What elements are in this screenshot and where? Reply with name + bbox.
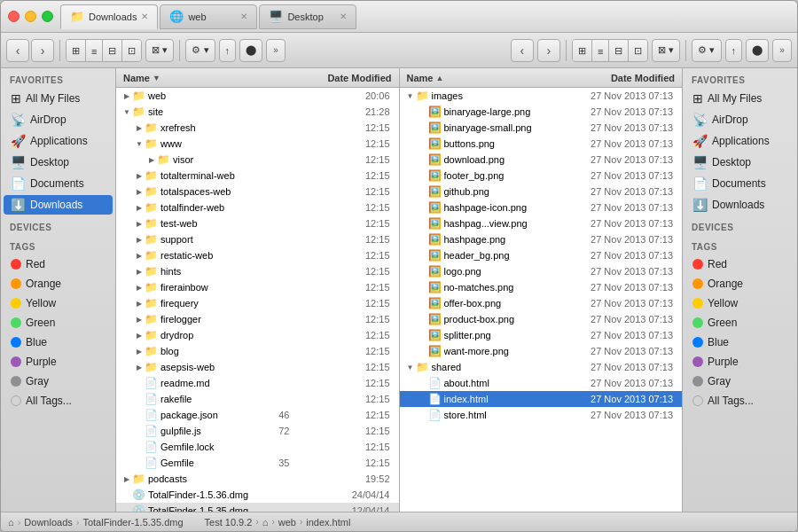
sidebar-item-applications[interactable]: 🚀 Applications (4, 131, 113, 151)
right-sidebar-tag-orange[interactable]: Orange (685, 275, 794, 293)
table-row[interactable]: 📄gulpfile.js7212:15 (116, 423, 399, 439)
disclosure-triangle[interactable]: ▶ (121, 90, 132, 101)
table-row[interactable]: 📄Gemfile3512:15 (116, 455, 399, 471)
table-row[interactable]: ▼📁www12:15 (116, 136, 399, 152)
table-row[interactable]: 🖼️offer-box.png27 Nov 2013 07:13 (400, 295, 683, 311)
right-sidebar-tag-gray[interactable]: Gray (685, 372, 794, 390)
table-row[interactable]: ▶📁podcasts19:52 (116, 471, 399, 487)
table-row[interactable]: ▶📁xrefresh12:15 (116, 120, 399, 136)
sidebar-tag-red[interactable]: Red (4, 255, 113, 273)
table-row[interactable]: ▶📁blog12:15 (116, 343, 399, 359)
table-row[interactable]: 🖼️github.png27 Nov 2013 07:13 (400, 184, 683, 200)
disclosure-triangle[interactable]: ▼ (405, 362, 416, 372)
right-sidebar-item-airdrop[interactable]: 📡 AirDrop (685, 110, 794, 129)
sidebar-item-desktop[interactable]: 🖥️ Desktop (4, 153, 113, 172)
table-row[interactable]: ▶📁visor12:15 (116, 152, 399, 168)
table-row[interactable]: 🖼️footer_bg.png27 Nov 2013 07:13 (400, 168, 683, 184)
right-back-button[interactable]: ‹ (511, 39, 534, 62)
table-row[interactable]: ▶📁totalspaces-web12:15 (116, 184, 399, 200)
disclosure-triangle[interactable]: ▼ (405, 90, 416, 101)
sidebar-tag-gray[interactable]: Gray (4, 372, 113, 390)
disclosure-triangle[interactable]: ▶ (121, 473, 132, 484)
table-row[interactable]: 📄package.json4612:15 (116, 407, 399, 423)
close-button[interactable] (8, 11, 20, 22)
tab-downloads[interactable]: 📁 Downloads ✕ (60, 4, 158, 29)
disclosure-triangle[interactable]: ▶ (134, 298, 145, 309)
table-row[interactable]: ▶📁totalfinder-web12:15 (116, 200, 399, 215)
tag-button[interactable]: ⬤ (239, 39, 262, 62)
table-row[interactable]: 📄about.html27 Nov 2013 07:13 (400, 375, 683, 391)
table-row[interactable]: 🖼️binaryage-large.png27 Nov 2013 07:13 (400, 104, 683, 120)
disclosure-triangle[interactable]: ▶ (134, 186, 145, 197)
statusbar-web-crumb[interactable]: web (278, 517, 296, 528)
table-row[interactable]: 💿TotalFinder-1.5.35.dmg12/04/14 (116, 503, 399, 512)
table-row[interactable]: ▼📁site21:28 (116, 104, 399, 120)
disclosure-triangle[interactable]: ▶ (134, 170, 145, 181)
table-row[interactable]: ▶📁test-web12:15 (116, 215, 399, 231)
table-row[interactable]: ▶📁web20:06 (116, 88, 399, 104)
sidebar-tag-purple[interactable]: Purple (4, 353, 113, 371)
sidebar-item-documents[interactable]: 📄 Documents (4, 174, 113, 193)
table-row[interactable]: 🖼️download.png27 Nov 2013 07:13 (400, 152, 683, 168)
sidebar-item-all-my-files[interactable]: ⊞ All My Files (4, 89, 113, 108)
table-row[interactable]: ▶📁totalterminal-web12:15 (116, 168, 399, 184)
toolbar-more-button[interactable]: » (266, 39, 286, 62)
right-sidebar-tag-blue[interactable]: Blue (685, 333, 794, 351)
right-sidebar-item-applications[interactable]: 🚀 Applications (685, 131, 794, 151)
disclosure-triangle[interactable]: ▶ (134, 346, 145, 356)
statusbar-index-crumb[interactable]: index.html (306, 517, 350, 528)
table-row[interactable]: ▶📁support12:15 (116, 231, 399, 247)
right-file-list[interactable]: ▼📁images27 Nov 2013 07:13 🖼️binaryage-la… (400, 88, 683, 512)
right-sidebar-tag-purple[interactable]: Purple (685, 353, 794, 371)
tab-close-web[interactable]: ✕ (240, 12, 247, 21)
disclosure-triangle[interactable]: ▶ (134, 202, 145, 213)
tab-desktop[interactable]: 🖥️ Desktop ✕ (259, 4, 356, 29)
sidebar-tag-yellow[interactable]: Yellow (4, 294, 113, 312)
table-row[interactable]: 🖼️no-matches.png27 Nov 2013 07:13 (400, 279, 683, 295)
right-view-icon-button[interactable]: ⊞ (573, 40, 592, 62)
tab-close-downloads[interactable]: ✕ (141, 12, 148, 21)
table-row[interactable]: 📄store.html27 Nov 2013 07:13 (400, 407, 683, 423)
forward-button[interactable]: › (31, 39, 54, 62)
disclosure-triangle[interactable]: ▼ (121, 106, 132, 117)
table-row[interactable]: 📄readme.md12:15 (116, 375, 399, 391)
table-row[interactable]: ▶📁firerainbow12:15 (116, 279, 399, 295)
table-row[interactable]: 💿TotalFinder-1.5.36.dmg24/04/14 (116, 487, 399, 503)
right-view-column-button[interactable]: ⊟ (609, 40, 629, 62)
right-col-date[interactable]: Date Modified (558, 73, 682, 83)
sidebar-item-downloads[interactable]: ⬇️ Downloads (4, 195, 113, 215)
maximize-button[interactable] (42, 11, 53, 22)
right-sidebar-tag-green[interactable]: Green (685, 314, 794, 332)
disclosure-triangle[interactable]: ▼ (134, 138, 145, 149)
disclosure-triangle[interactable]: ▶ (134, 362, 145, 372)
sidebar-tag-orange[interactable]: Orange (4, 275, 113, 293)
view-icon-button[interactable]: ⊞ (66, 40, 86, 62)
table-row[interactable]: ▶📁asepsis-web12:15 (116, 359, 399, 375)
right-sidebar-tag-yellow[interactable]: Yellow (685, 294, 794, 312)
table-row[interactable]: ▶📁drydrop12:15 (116, 327, 399, 343)
table-row[interactable]: 🖼️product-box.png27 Nov 2013 07:13 (400, 311, 683, 327)
sidebar-tag-all[interactable]: All Tags... (4, 392, 113, 410)
right-sidebar-item-documents[interactable]: 📄 Documents (685, 174, 794, 193)
table-row[interactable]: 🖼️hashpage.png27 Nov 2013 07:13 (400, 231, 683, 247)
table-row[interactable]: ▶📁firelogger12:15 (116, 311, 399, 327)
right-arrange-button[interactable]: ⊠ ▾ (652, 39, 680, 62)
table-row[interactable]: 📄rakefile12:15 (116, 391, 399, 407)
table-row[interactable]: 🖼️splitter.png27 Nov 2013 07:13 (400, 327, 683, 343)
sidebar-tag-blue[interactable]: Blue (4, 333, 113, 351)
right-sidebar-item-desktop[interactable]: 🖥️ Desktop (685, 153, 794, 172)
minimize-button[interactable] (25, 11, 36, 22)
view-column-button[interactable]: ⊟ (103, 40, 122, 62)
disclosure-triangle[interactable]: ▶ (134, 234, 145, 245)
right-forward-button[interactable]: › (537, 39, 560, 62)
sidebar-tag-green[interactable]: Green (4, 314, 113, 332)
arrange-button[interactable]: ⊠ ▾ (145, 39, 174, 62)
right-share-button[interactable]: ↑ (725, 39, 743, 62)
right-col-name[interactable]: Name ▲ (400, 73, 559, 83)
share-button[interactable]: ↑ (219, 39, 237, 62)
table-row[interactable]: ▼📁images27 Nov 2013 07:13 (400, 88, 683, 104)
left-file-list[interactable]: ▶📁web20:06▼📁site21:28▶📁xrefresh12:15▼📁ww… (116, 88, 399, 512)
table-row[interactable]: ▶📁restatic-web12:15 (116, 247, 399, 263)
table-row[interactable]: 🖼️logo.png27 Nov 2013 07:13 (400, 263, 683, 279)
disclosure-triangle[interactable]: ▶ (134, 122, 145, 133)
